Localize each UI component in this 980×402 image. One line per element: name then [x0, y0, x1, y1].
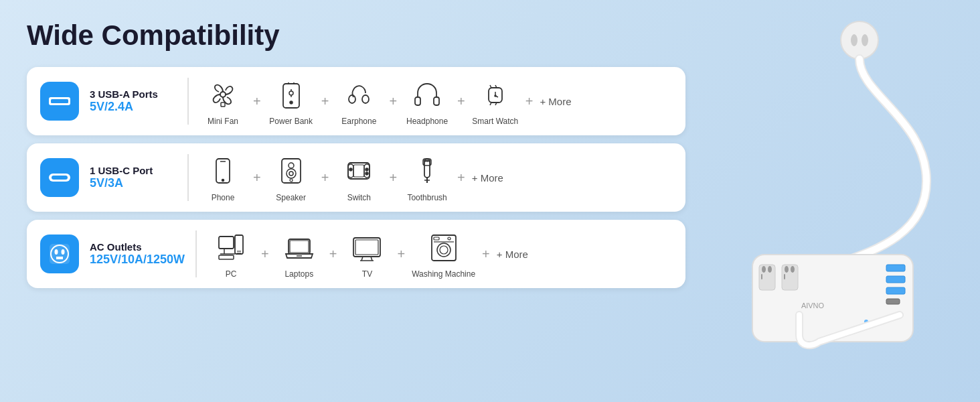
- divider-3: [195, 230, 197, 277]
- pc-icon: [213, 229, 249, 265]
- usb-a-info: 3 USB-A Ports 5V/2.4A: [90, 88, 177, 114]
- svg-point-73: [851, 34, 858, 46]
- plus-4: +: [457, 94, 465, 109]
- device-speaker: Speaker: [268, 153, 315, 202]
- svg-point-7: [289, 91, 293, 95]
- usb-a-devices: Mini Fan +: [199, 76, 572, 126]
- plus-10: +: [261, 247, 269, 262]
- svg-rect-57: [219, 255, 234, 259]
- svg-rect-85: [886, 299, 900, 304]
- ac-info: AC Outlets 125V/10A/1250W: [90, 241, 185, 267]
- svg-point-49: [55, 249, 58, 255]
- svg-point-68: [437, 243, 451, 257]
- smartwatch-label: Smart Watch: [472, 117, 518, 126]
- svg-point-11: [349, 95, 355, 103]
- svg-rect-67: [434, 237, 439, 240]
- usb-a-badge: [40, 82, 79, 121]
- toothbrush-label: Toothbrush: [407, 193, 446, 202]
- svg-point-69: [440, 246, 448, 254]
- device-headphone: Headphone: [404, 76, 451, 126]
- device-tv: TV: [343, 229, 390, 279]
- plus-12: +: [397, 247, 405, 262]
- device-washer: Washing Machine: [412, 229, 475, 279]
- device-laptop: Laptops: [276, 229, 323, 279]
- plus-8: +: [389, 170, 397, 186]
- usb-a-name: 3 USB-A Ports: [90, 88, 177, 100]
- divider-1: [187, 78, 189, 125]
- svg-rect-3: [221, 103, 225, 107]
- mini-fan-label: Mini Fan: [208, 117, 238, 126]
- divider-2: [187, 154, 189, 201]
- svg-point-50: [62, 249, 65, 255]
- svg-point-71: [448, 237, 451, 240]
- tv-label: TV: [362, 269, 372, 279]
- right-section: AIVNO: [699, 20, 953, 382]
- plus-7: +: [321, 170, 329, 186]
- device-switch: Switch: [335, 153, 382, 202]
- device-toothbrush: Toothbrush: [404, 153, 451, 202]
- phone-label: Phone: [212, 193, 235, 202]
- plus-1: +: [253, 94, 261, 109]
- svg-rect-24: [52, 176, 68, 180]
- usb-c-name: 1 USB-C Port: [90, 165, 177, 176]
- main-container: Wide Compatibility 3 USB-A Ports 5V/2.4A: [0, 0, 980, 402]
- svg-point-12: [362, 95, 369, 103]
- svg-point-22: [495, 95, 496, 96]
- fan-icon: [205, 76, 241, 113]
- svg-point-10: [290, 101, 293, 104]
- tv-icon: [349, 229, 385, 265]
- svg-point-77: [762, 266, 766, 273]
- svg-point-27: [222, 180, 224, 182]
- plus-6: +: [253, 170, 261, 186]
- device-mini-fan: Mini Fan: [199, 76, 246, 126]
- switch-label: Switch: [347, 193, 371, 202]
- usb-a-spec: 5V/2.4A: [90, 100, 177, 114]
- usb-a-row: 3 USB-A Ports 5V/2.4A: [27, 67, 685, 135]
- ac-devices: PC + Laptops: [208, 229, 528, 279]
- device-phone: Phone: [199, 153, 246, 202]
- toothbrush-icon: [409, 153, 445, 189]
- laptop-label: Laptops: [284, 269, 313, 279]
- svg-point-30: [287, 169, 296, 178]
- device-pc: PC: [208, 229, 254, 279]
- svg-point-31: [289, 172, 293, 176]
- svg-point-81: [791, 266, 795, 273]
- svg-point-44: [424, 160, 426, 161]
- svg-point-46: [428, 160, 430, 161]
- svg-point-80: [785, 266, 789, 273]
- plus-13: +: [482, 247, 490, 262]
- ac-row: AC Outlets 125V/10A/1250W: [27, 220, 685, 288]
- usb-c-info: 1 USB-C Port 5V/3A: [90, 165, 177, 190]
- svg-point-72: [841, 21, 878, 59]
- power-bank-label: Power Bank: [269, 117, 313, 126]
- power-strip-illustration: AIVNO: [706, 13, 947, 389]
- ac-name: AC Outlets: [90, 241, 185, 253]
- usb-c-badge: [40, 158, 79, 197]
- svg-point-2: [220, 92, 226, 97]
- washer-label: Washing Machine: [412, 269, 475, 279]
- powerbank-icon: [273, 76, 309, 113]
- laptop-icon: [281, 229, 317, 265]
- washer-icon: [426, 229, 462, 265]
- svg-rect-61: [353, 238, 380, 257]
- compatibility-rows: 3 USB-A Ports 5V/2.4A: [27, 67, 685, 288]
- svg-rect-82: [886, 265, 905, 271]
- usb-c-more: + More: [472, 172, 503, 184]
- smartwatch-icon: [477, 76, 513, 113]
- usb-c-icon: [48, 170, 72, 185]
- ac-badge: [40, 234, 79, 273]
- device-power-bank: Power Bank: [268, 76, 315, 126]
- svg-rect-13: [415, 97, 420, 105]
- svg-rect-47: [50, 244, 70, 264]
- speaker-icon: [273, 153, 309, 189]
- ac-outlet-icon: [48, 242, 72, 266]
- switch-icon: [341, 153, 377, 189]
- svg-rect-58: [289, 239, 310, 254]
- plus-9: +: [457, 170, 465, 186]
- usb-c-row: 1 USB-C Port 5V/3A Pho: [27, 143, 685, 212]
- pc-label: PC: [226, 269, 237, 279]
- svg-point-37: [349, 168, 352, 171]
- svg-rect-83: [886, 276, 905, 283]
- device-smartwatch: Smart Watch: [472, 76, 519, 126]
- ac-spec: 125V/10A/1250W: [90, 253, 185, 267]
